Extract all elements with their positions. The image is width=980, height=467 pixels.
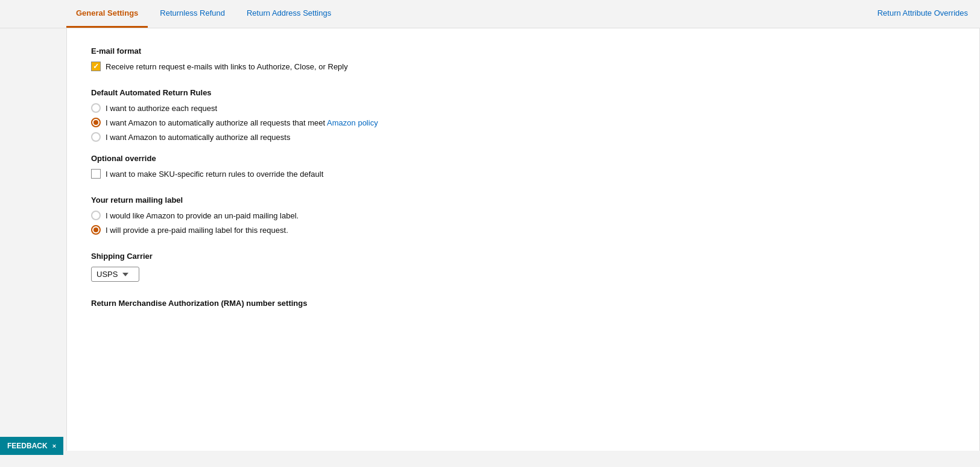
- radio-authorize-each[interactable]: [91, 103, 101, 113]
- radio-auto-authorize-policy[interactable]: [91, 118, 101, 127]
- radio-row-unpaid-label: I would like Amazon to provide an un-pai…: [91, 211, 955, 220]
- radio-unpaid-label-text: I would like Amazon to provide an un-pai…: [106, 211, 299, 220]
- radio-auto-authorize-all[interactable]: [91, 132, 101, 142]
- optional-override-checkbox-row: I want to make SKU-specific return rules…: [91, 169, 955, 179]
- section-mailing-label: Your return mailing label I would like A…: [91, 195, 955, 235]
- tab-return-address-settings[interactable]: Return Address Settings: [237, 0, 341, 28]
- checkmark-icon: ✓: [93, 63, 99, 70]
- optional-override-section: Optional override I want to make SKU-spe…: [91, 154, 955, 179]
- radio-authorize-each-label: I want to authorize each request: [106, 104, 217, 113]
- page-wrapper: General Settings Returnless Refund Retur…: [0, 0, 980, 467]
- optional-override-label: I want to make SKU-specific return rules…: [106, 170, 323, 179]
- feedback-button[interactable]: FEEDBACK ×: [0, 437, 63, 455]
- radio-unpaid-label[interactable]: [91, 211, 101, 220]
- optional-override-checkbox[interactable]: [91, 169, 101, 179]
- radio-prepaid-label-text: I will provide a pre-paid mailing label …: [106, 226, 288, 235]
- section-email-format: E-mail format ✓ Receive return request e…: [91, 46, 955, 71]
- radio-auto-authorize-policy-label: I want Amazon to automatically authorize…: [106, 118, 378, 127]
- optional-override-title: Optional override: [91, 154, 955, 163]
- content-area: E-mail format ✓ Receive return request e…: [66, 28, 980, 451]
- shipping-carrier-selected-value: USPS: [96, 270, 118, 279]
- radio-prepaid-label[interactable]: [91, 225, 101, 235]
- feedback-close-icon[interactable]: ×: [52, 442, 56, 450]
- radio-auto-authorize-all-label: I want Amazon to automatically authorize…: [106, 133, 290, 142]
- section-rma-settings: Return Merchandise Authorization (RMA) n…: [91, 299, 955, 308]
- amazon-policy-link[interactable]: Amazon policy: [327, 118, 378, 127]
- radio-row-authorize-each: I want to authorize each request: [91, 103, 955, 113]
- rma-settings-title: Return Merchandise Authorization (RMA) n…: [91, 299, 955, 308]
- email-format-checkbox-label: Receive return request e-mails with link…: [106, 62, 348, 71]
- radio-row-auto-authorize-all: I want Amazon to automatically authorize…: [91, 132, 955, 142]
- tab-returnless-refund[interactable]: Returnless Refund: [150, 0, 235, 28]
- section-shipping-carrier: Shipping Carrier USPS: [91, 252, 955, 282]
- section-automated-return-rules: Default Automated Return Rules I want to…: [91, 88, 955, 179]
- tab-general-settings[interactable]: General Settings: [66, 0, 148, 28]
- email-format-checkbox-row: ✓ Receive return request e-mails with li…: [91, 62, 955, 71]
- email-format-checkbox[interactable]: ✓: [91, 62, 101, 71]
- tab-bar: General Settings Returnless Refund Retur…: [0, 0, 980, 28]
- chevron-down-icon: [122, 273, 128, 276]
- email-format-title: E-mail format: [91, 46, 955, 56]
- mailing-label-title: Your return mailing label: [91, 195, 955, 205]
- radio-row-prepaid-label: I will provide a pre-paid mailing label …: [91, 225, 955, 235]
- shipping-carrier-dropdown[interactable]: USPS: [91, 267, 139, 282]
- radio-row-auto-authorize-policy: I want Amazon to automatically authorize…: [91, 118, 955, 127]
- feedback-label: FEEDBACK: [7, 442, 48, 450]
- automated-return-rules-title: Default Automated Return Rules: [91, 88, 955, 97]
- tab-return-attribute-overrides[interactable]: Return Attribute Overrides: [865, 0, 980, 28]
- shipping-carrier-title: Shipping Carrier: [91, 252, 955, 261]
